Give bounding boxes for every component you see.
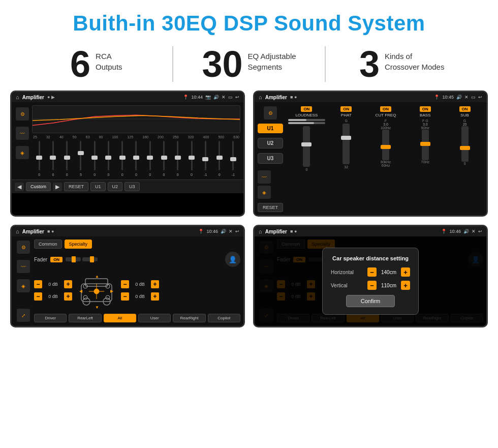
time-eq: 10:44 (191, 95, 203, 100)
eq-u1-btn[interactable]: U1 (90, 182, 106, 191)
dialog-title: Car speaker distance setting (331, 255, 410, 261)
vol-value-2: 0 dB (44, 294, 62, 299)
bass-on: ON (420, 106, 431, 112)
close-icon-fader: ✕ (229, 229, 233, 234)
home-icon-eq[interactable]: ⌂ (16, 94, 19, 100)
back-icon-dialog[interactable]: ↩ (478, 229, 482, 234)
stat-number-crossover: 3 (359, 46, 380, 82)
eq-icon-xover[interactable]: ⚙ (264, 106, 277, 120)
home-icon-dialog[interactable]: ⌂ (259, 228, 262, 234)
window-icon-xover: ▭ (471, 95, 476, 100)
play-icon-eq: ● ▶ (47, 95, 55, 100)
screen-dialog-title: Amplifier (265, 229, 287, 234)
xover-u3-btn[interactable]: U3 (258, 153, 283, 164)
screen-crossover: ⌂ Amplifier ■ ● 📍 10:45 🔊 ✕ ▭ ↩ ⚙ (253, 91, 488, 217)
svg-text:▲: ▲ (95, 274, 99, 279)
eq-sliders[interactable]: 0 0 0 5 0 0 0 0 0 0 0 0 -1 0 -1 (32, 141, 240, 176)
close-icon-dialog: ✕ (472, 229, 476, 234)
home-icon-xover[interactable]: ⌂ (259, 94, 262, 100)
stat-item-crossover: 3 Kinds of Crossover Modes (336, 46, 468, 82)
fader-label: Fader (34, 257, 47, 262)
driver-btn[interactable]: Driver (34, 314, 67, 322)
tab-specialty[interactable]: Specialty (65, 240, 92, 249)
dialog-overlay: Car speaker distance setting Horizontal … (255, 236, 486, 326)
close-icon-eq: ✕ (222, 95, 226, 100)
eq-icon-fader[interactable]: ⚙ (17, 241, 30, 254)
rearright-btn[interactable]: RearRight (173, 314, 205, 322)
screen-eq: ⌂ Amplifier ● ▶ 📍 10:44 📷 🔊 ✕ ▭ ↩ ⚙ 〰 ◈ (10, 91, 245, 217)
cutfreq-label: CUT FREQ (376, 113, 396, 117)
rearleft-btn[interactable]: RearLeft (69, 314, 101, 322)
eq-freq-labels: 253240506380100125160200250320400500630 (32, 135, 240, 139)
status-bar-eq: ⌂ Amplifier ● ▶ 📍 10:44 📷 🔊 ✕ ▭ ↩ (12, 92, 243, 102)
vol-value-3: 0 dB (131, 282, 149, 287)
stat-number-rca: 6 (70, 46, 90, 82)
eq-reset-btn[interactable]: RESET (64, 182, 88, 191)
home-icon-fader[interactable]: ⌂ (16, 228, 19, 234)
horizontal-label: Horizontal (331, 270, 354, 275)
all-btn[interactable]: All (104, 314, 136, 322)
eq-icon-xover2[interactable]: 〰 (258, 170, 271, 184)
vertical-plus[interactable]: + (401, 281, 410, 290)
vol-value-1: 0 dB (44, 282, 62, 287)
horizontal-plus[interactable]: + (401, 267, 410, 277)
close-icon-xover: ✕ (464, 95, 469, 100)
confirm-button[interactable]: Confirm (346, 295, 395, 307)
eq-preset-label: Custom (26, 182, 51, 191)
eq-icon-2[interactable]: 〰 (16, 127, 29, 140)
eq-icon-1[interactable]: ⚙ (16, 107, 29, 121)
eq-next-btn[interactable]: ▶ (53, 183, 62, 191)
wave-icon-fader[interactable]: 〰 (17, 260, 30, 273)
vol-minus-2[interactable]: − (34, 292, 42, 301)
vol-plus-2[interactable]: + (64, 292, 72, 301)
xover-u1-btn[interactable]: U1 (258, 124, 283, 133)
dialog-box: Car speaker distance setting Horizontal … (322, 248, 419, 315)
page-title: Buith-in 30EQ DSP Sound System (0, 0, 498, 41)
screen-dialog: ⌂ Amplifier ■ ● 📍 10:46 🔊 ✕ ↩ ⚙ 〰 ◈ ⤢ (253, 225, 488, 327)
stat-text-crossover: Kinds of Crossover Modes (385, 46, 445, 72)
xover-u2-btn[interactable]: U2 (258, 138, 283, 148)
back-icon-xover[interactable]: ↩ (478, 95, 482, 100)
vol-plus-4[interactable]: + (151, 292, 159, 301)
vol-plus-1[interactable]: + (64, 280, 72, 288)
vol-minus-4[interactable]: − (121, 292, 129, 301)
eq-icon-3[interactable]: ◈ (16, 146, 29, 159)
copilot-btn[interactable]: Copilot (208, 314, 240, 322)
horizontal-value: 140cm (379, 270, 399, 275)
vol-plus-3[interactable]: + (151, 280, 159, 288)
stat-divider-2 (325, 46, 326, 82)
volume-icon-dialog: 🔊 (463, 229, 469, 234)
vol-minus-3[interactable]: − (121, 280, 129, 288)
bass-label: BASS (420, 113, 430, 117)
time-dialog: 10:46 (449, 229, 461, 234)
user-btn[interactable]: User (138, 314, 171, 322)
status-bar-fader: ⌂ Amplifier ■ ● 📍 10:46 🔊 ✕ ↩ (12, 226, 243, 236)
volume-icon-eq: 🔊 (213, 95, 219, 100)
svg-text:▶: ▶ (110, 289, 114, 293)
window-icon-eq: ▭ (228, 95, 233, 100)
eq-u2-btn[interactable]: U2 (108, 182, 123, 191)
speaker-icon-fader[interactable]: ◈ (17, 279, 30, 292)
sub-on: ON (459, 106, 471, 112)
eq-icon-xover3[interactable]: ◈ (258, 186, 271, 199)
dialog-vertical-row: Vertical − 110cm + (331, 281, 410, 290)
vertical-minus[interactable]: − (367, 281, 377, 290)
horizontal-minus[interactable]: − (367, 267, 377, 277)
eq-u3-btn[interactable]: U3 (124, 182, 140, 191)
dialog-horizontal-row: Horizontal − 140cm + (331, 267, 410, 277)
vol-minus-1[interactable]: − (34, 280, 42, 288)
xover-reset-btn[interactable]: RESET (258, 203, 283, 212)
stat-item-eq: 30 EQ Adjustable Segments (183, 46, 315, 82)
back-icon-eq[interactable]: ↩ (235, 95, 239, 100)
svg-point-10 (83, 295, 87, 300)
person-icon-fader: 👤 (225, 252, 240, 267)
expand-icon-fader[interactable]: ⤢ (17, 309, 30, 322)
tab-common[interactable]: Common (34, 240, 62, 249)
back-icon-fader[interactable]: ↩ (235, 229, 239, 234)
fader-status-dots: ■ ● (47, 229, 54, 234)
eq-graph (32, 105, 240, 133)
sub-label: SUB (460, 113, 469, 117)
loudness-label: LOUDNESS (295, 113, 318, 117)
eq-prev-btn[interactable]: ◀ (15, 183, 24, 191)
screen-xover-title: Amplifier (265, 95, 287, 100)
